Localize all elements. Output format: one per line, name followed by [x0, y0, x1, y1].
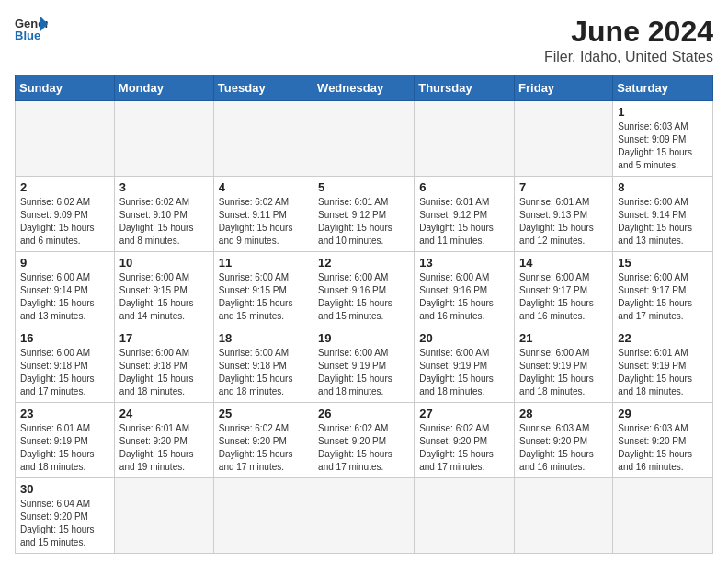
table-row [313, 478, 415, 554]
col-saturday: Saturday [613, 75, 713, 101]
table-row [213, 478, 313, 554]
table-row: 20Sunrise: 6:00 AMSunset: 9:19 PMDayligh… [415, 327, 515, 403]
table-row: 22Sunrise: 6:01 AMSunset: 9:19 PMDayligh… [613, 327, 713, 403]
day-number: 9 [20, 256, 109, 270]
calendar-week-row: 23Sunrise: 6:01 AMSunset: 9:19 PMDayligh… [16, 403, 713, 478]
table-row: 10Sunrise: 6:00 AMSunset: 9:15 PMDayligh… [114, 252, 213, 327]
day-info: Sunrise: 6:00 AMSunset: 9:14 PMDaylight:… [20, 271, 109, 323]
col-thursday: Thursday [415, 75, 515, 101]
day-number: 5 [318, 180, 409, 194]
day-info: Sunrise: 6:01 AMSunset: 9:12 PMDaylight:… [419, 196, 509, 247]
day-number: 16 [20, 331, 109, 345]
day-info: Sunrise: 6:00 AMSunset: 9:18 PMDaylight:… [219, 347, 308, 398]
day-number: 14 [519, 256, 608, 270]
table-row [415, 478, 515, 554]
day-number: 27 [419, 407, 509, 420]
table-row: 19Sunrise: 6:00 AMSunset: 9:19 PMDayligh… [313, 327, 415, 403]
table-row [213, 101, 313, 177]
day-info: Sunrise: 6:03 AMSunset: 9:20 PMDaylight:… [618, 422, 708, 474]
day-info: Sunrise: 6:01 AMSunset: 9:20 PMDaylight:… [119, 422, 209, 474]
calendar-title: June 2024 [544, 15, 713, 49]
day-info: Sunrise: 6:02 AMSunset: 9:11 PMDaylight:… [219, 196, 308, 247]
table-row: 23Sunrise: 6:01 AMSunset: 9:19 PMDayligh… [16, 403, 115, 478]
day-info: Sunrise: 6:00 AMSunset: 9:18 PMDaylight:… [20, 347, 109, 398]
table-row: 6Sunrise: 6:01 AMSunset: 9:12 PMDaylight… [415, 177, 515, 252]
table-row: 4Sunrise: 6:02 AMSunset: 9:11 PMDaylight… [213, 177, 313, 252]
day-info: Sunrise: 6:00 AMSunset: 9:15 PMDaylight:… [119, 271, 209, 323]
day-number: 23 [20, 407, 109, 420]
table-row [313, 101, 415, 177]
day-info: Sunrise: 6:02 AMSunset: 9:10 PMDaylight:… [119, 196, 209, 247]
calendar-week-row: 30Sunrise: 6:04 AMSunset: 9:20 PMDayligh… [16, 478, 713, 554]
table-row [515, 478, 613, 554]
day-number: 20 [419, 331, 509, 345]
page-header: General Blue June 2024 Filer, Idaho, Uni… [15, 15, 713, 65]
day-info: Sunrise: 6:01 AMSunset: 9:19 PMDaylight:… [20, 422, 109, 474]
day-info: Sunrise: 6:02 AMSunset: 9:20 PMDaylight:… [419, 422, 509, 474]
day-number: 1 [618, 105, 708, 119]
table-row: 29Sunrise: 6:03 AMSunset: 9:20 PMDayligh… [613, 403, 713, 478]
calendar-week-row: 16Sunrise: 6:00 AMSunset: 9:18 PMDayligh… [16, 327, 713, 403]
day-info: Sunrise: 6:02 AMSunset: 9:09 PMDaylight:… [20, 196, 109, 247]
day-number: 18 [219, 331, 308, 345]
calendar-week-row: 1Sunrise: 6:03 AMSunset: 9:09 PMDaylight… [16, 101, 713, 177]
calendar-header-row: Sunday Monday Tuesday Wednesday Thursday… [16, 75, 713, 101]
table-row [415, 101, 515, 177]
table-row: 12Sunrise: 6:00 AMSunset: 9:16 PMDayligh… [313, 252, 415, 327]
table-row [16, 101, 115, 177]
table-row [114, 478, 213, 554]
day-number: 2 [20, 180, 109, 194]
col-sunday: Sunday [16, 75, 115, 101]
day-info: Sunrise: 6:00 AMSunset: 9:15 PMDaylight:… [219, 271, 308, 323]
table-row: 9Sunrise: 6:00 AMSunset: 9:14 PMDaylight… [16, 252, 115, 327]
day-info: Sunrise: 6:02 AMSunset: 9:20 PMDaylight:… [219, 422, 308, 474]
day-number: 22 [618, 331, 708, 345]
day-number: 19 [318, 331, 409, 345]
table-row: 1Sunrise: 6:03 AMSunset: 9:09 PMDaylight… [613, 101, 713, 177]
day-info: Sunrise: 6:01 AMSunset: 9:19 PMDaylight:… [618, 347, 708, 398]
calendar-title-area: June 2024 Filer, Idaho, United States [544, 15, 713, 65]
day-number: 4 [219, 180, 308, 194]
day-number: 25 [219, 407, 308, 420]
day-info: Sunrise: 6:01 AMSunset: 9:12 PMDaylight:… [318, 196, 409, 247]
table-row: 28Sunrise: 6:03 AMSunset: 9:20 PMDayligh… [515, 403, 613, 478]
table-row: 17Sunrise: 6:00 AMSunset: 9:18 PMDayligh… [114, 327, 213, 403]
day-number: 7 [519, 180, 608, 194]
calendar-week-row: 2Sunrise: 6:02 AMSunset: 9:09 PMDaylight… [16, 177, 713, 252]
day-number: 29 [618, 407, 708, 420]
col-wednesday: Wednesday [313, 75, 415, 101]
table-row: 7Sunrise: 6:01 AMSunset: 9:13 PMDaylight… [515, 177, 613, 252]
day-number: 12 [318, 256, 409, 270]
day-info: Sunrise: 6:00 AMSunset: 9:17 PMDaylight:… [618, 271, 708, 323]
logo-icon: General Blue [15, 15, 48, 42]
table-row: 8Sunrise: 6:00 AMSunset: 9:14 PMDaylight… [613, 177, 713, 252]
day-number: 6 [419, 180, 509, 194]
table-row: 24Sunrise: 6:01 AMSunset: 9:20 PMDayligh… [114, 403, 213, 478]
day-info: Sunrise: 6:02 AMSunset: 9:20 PMDaylight:… [318, 422, 409, 474]
table-row: 14Sunrise: 6:00 AMSunset: 9:17 PMDayligh… [515, 252, 613, 327]
day-info: Sunrise: 6:00 AMSunset: 9:19 PMDaylight:… [318, 347, 409, 398]
col-monday: Monday [114, 75, 213, 101]
table-row: 3Sunrise: 6:02 AMSunset: 9:10 PMDaylight… [114, 177, 213, 252]
day-number: 28 [519, 407, 608, 420]
table-row [613, 478, 713, 554]
day-number: 26 [318, 407, 409, 420]
table-row: 25Sunrise: 6:02 AMSunset: 9:20 PMDayligh… [213, 403, 313, 478]
day-number: 11 [219, 256, 308, 270]
calendar-table: Sunday Monday Tuesday Wednesday Thursday… [15, 75, 713, 554]
table-row: 21Sunrise: 6:00 AMSunset: 9:19 PMDayligh… [515, 327, 613, 403]
col-friday: Friday [515, 75, 613, 101]
table-row: 26Sunrise: 6:02 AMSunset: 9:20 PMDayligh… [313, 403, 415, 478]
day-info: Sunrise: 6:00 AMSunset: 9:19 PMDaylight:… [419, 347, 509, 398]
table-row: 15Sunrise: 6:00 AMSunset: 9:17 PMDayligh… [613, 252, 713, 327]
table-row: 30Sunrise: 6:04 AMSunset: 9:20 PMDayligh… [16, 478, 115, 554]
day-info: Sunrise: 6:00 AMSunset: 9:16 PMDaylight:… [419, 271, 509, 323]
table-row: 13Sunrise: 6:00 AMSunset: 9:16 PMDayligh… [415, 252, 515, 327]
calendar-subtitle: Filer, Idaho, United States [544, 49, 713, 65]
day-number: 24 [119, 407, 209, 420]
table-row [114, 101, 213, 177]
day-number: 17 [119, 331, 209, 345]
logo: General Blue [15, 15, 48, 42]
day-info: Sunrise: 6:03 AMSunset: 9:20 PMDaylight:… [519, 422, 608, 474]
day-number: 21 [519, 331, 608, 345]
